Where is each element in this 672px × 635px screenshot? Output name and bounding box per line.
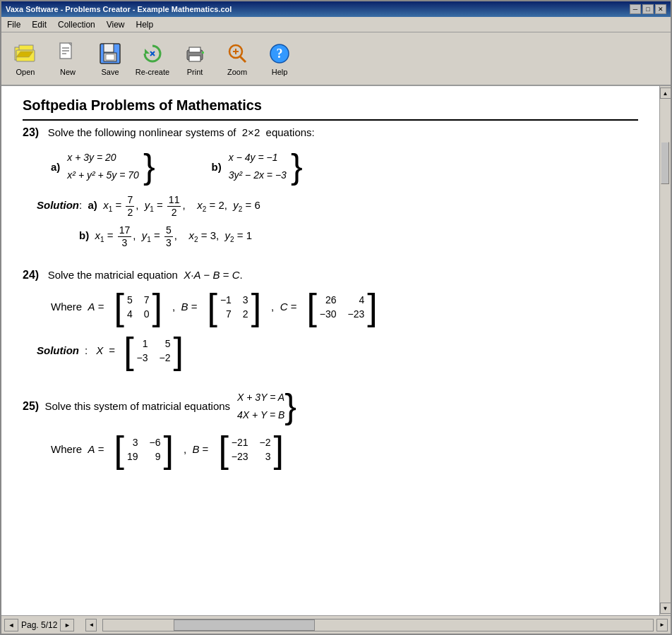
toolbar: Open New [1, 32, 671, 86]
solution-23: Solution: a) x1 = 72, y1 = 112, x2 = 2, … [37, 194, 638, 219]
svg-text:?: ? [277, 47, 283, 61]
problem-23-equations: a) x + 3y = 20 x² + y² + 5y = 70 } b) x … [51, 149, 638, 184]
main-window: Vaxa Software - Problems Creator - Examp… [0, 0, 672, 635]
vertical-scrollbar[interactable]: ▲ ▼ [659, 86, 671, 615]
new-label: New [60, 68, 76, 76]
save-icon [97, 41, 123, 66]
document-content[interactable]: Softpedia Problems of Mathematics 23) So… [1, 86, 659, 615]
open-label: Open [16, 68, 35, 76]
new-icon [55, 41, 80, 66]
recreate-label: Re-create [136, 68, 169, 76]
menu-edit[interactable]: Edit [26, 18, 52, 30]
svg-rect-16 [202, 52, 204, 54]
zoom-icon [224, 41, 250, 66]
eq-23b: b) x − 4y = −1 3y² − 2x = −3 } [212, 149, 303, 184]
menubar: File Edit Collection View Help [1, 17, 671, 32]
problem-24-where: Where A = [ 5 7 4 0 ] , B = [ [51, 289, 638, 325]
page-title: Softpedia Problems of Mathematics [23, 97, 638, 121]
open-button[interactable]: Open [6, 39, 45, 78]
eq-23a: a) x + 3y = 20 x² + y² + 5y = 70 } [51, 149, 155, 184]
svg-line-18 [240, 56, 246, 62]
minimize-button[interactable]: ─ [630, 4, 641, 14]
statusbar: ◄ Pag. 5/12 ► ◄ ► [1, 615, 671, 634]
menu-help[interactable]: Help [131, 18, 160, 30]
horizontal-scroll-thumb[interactable] [174, 619, 315, 631]
scroll-track [661, 99, 671, 603]
content-area: Softpedia Problems of Mathematics 23) So… [1, 86, 671, 615]
problem-25: 25) Solve this system of matricial equat… [23, 389, 638, 468]
scroll-right-button[interactable]: ► [656, 619, 668, 631]
help-button[interactable]: ? Help [260, 39, 299, 78]
titlebar: Vaxa Software - Problems Creator - Examp… [1, 1, 671, 17]
scroll-thumb[interactable] [661, 142, 669, 184]
problem-23-header: 23) Solve the following nonlinear system… [23, 126, 638, 139]
svg-rect-14 [189, 47, 200, 52]
problem-23: 23) Solve the following nonlinear system… [23, 126, 638, 249]
page-next-button[interactable]: ► [60, 619, 74, 631]
zoom-label: Zoom [227, 68, 247, 76]
new-button[interactable]: New [48, 39, 88, 78]
problem-24-header: 24) Solve the matricial equation X·A − B… [23, 269, 638, 282]
print-icon [182, 41, 208, 66]
help-icon: ? [267, 41, 292, 66]
save-label: Save [101, 68, 119, 76]
zoom-button[interactable]: Zoom [217, 39, 257, 78]
print-label: Print [187, 68, 203, 76]
solution-24: Solution: X = [ 1 5 −3 −2 ] [37, 332, 638, 369]
problem-24: 24) Solve the matricial equation X·A − B… [23, 269, 638, 369]
open-icon [13, 41, 38, 66]
window-controls: ─ □ ✕ [630, 4, 666, 14]
help-label: Help [272, 68, 288, 76]
page-indicator: Pag. 5/12 [21, 620, 57, 630]
recreate-button[interactable]: Re-create [133, 39, 172, 78]
maximize-button[interactable]: □ [642, 4, 654, 14]
page-prev-button[interactable]: ◄ [4, 619, 18, 631]
svg-marker-12 [145, 49, 150, 54]
svg-rect-9 [104, 44, 114, 52]
svg-rect-15 [189, 56, 200, 61]
problem-25-where: Where A = [ 3 −6 19 9 ] , B = [ [51, 431, 638, 468]
scroll-left-button[interactable]: ◄ [85, 619, 97, 631]
menu-collection[interactable]: Collection [52, 18, 101, 30]
menu-view[interactable]: View [101, 18, 131, 30]
scroll-up-button[interactable]: ▲ [660, 87, 671, 99]
solution-23b: b) x1 = 173, y1 = 53, x2 = 3, y2 = 1 [79, 224, 638, 249]
print-button[interactable]: Print [175, 39, 215, 78]
recreate-icon [140, 41, 165, 66]
scroll-down-button[interactable]: ▼ [660, 603, 671, 614]
window-title: Vaxa Software - Problems Creator - Examp… [6, 5, 232, 13]
svg-rect-11 [106, 54, 114, 60]
close-button[interactable]: ✕ [655, 4, 666, 14]
menu-file[interactable]: File [1, 18, 26, 30]
horizontal-scrollbar[interactable] [102, 619, 654, 631]
problem-25-header: 25) Solve this system of matricial equat… [23, 389, 638, 424]
save-button[interactable]: Save [90, 39, 130, 78]
